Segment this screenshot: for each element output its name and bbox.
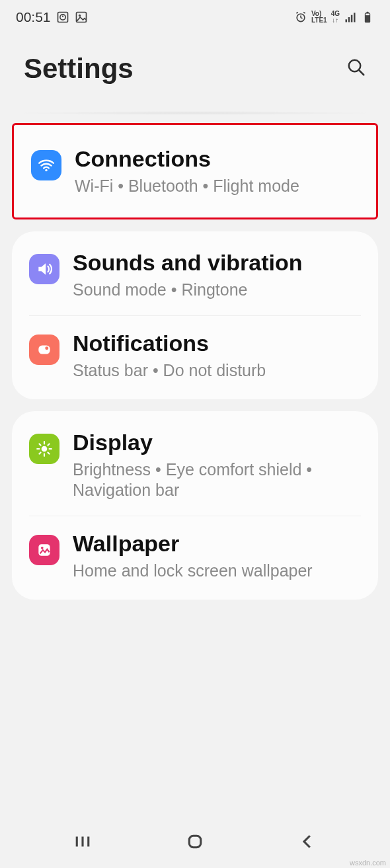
- status-left: 00:51: [16, 9, 88, 25]
- row-subtitle: Status bar • Do not disturb: [73, 360, 361, 381]
- row-title: Display: [73, 430, 361, 455]
- status-bar: 00:51 Vo) LTE1 4G ↓↑: [0, 0, 390, 32]
- row-text: Wallpaper Home and lock screen wallpaper: [73, 531, 361, 581]
- alarm-icon: [294, 11, 307, 24]
- svg-rect-13: [354, 13, 356, 22]
- volte-bottom: LTE1: [311, 17, 327, 24]
- nav-back-button[interactable]: [297, 832, 317, 854]
- wifi-icon: [31, 150, 61, 180]
- row-text: Display Brightness • Eye comfort shield …: [73, 430, 361, 501]
- svg-point-19: [45, 169, 47, 171]
- svg-line-8: [296, 13, 298, 14]
- volte-indicator: Vo) LTE1: [311, 11, 327, 24]
- settings-card-sound-notif: Sounds and vibration Sound mode • Ringto…: [12, 231, 378, 399]
- svg-line-27: [39, 444, 40, 445]
- watermark: wsxdn.com: [350, 859, 386, 867]
- back-icon: [297, 832, 317, 851]
- network-indicator: 4G ↓↑: [331, 11, 340, 24]
- svg-line-28: [48, 452, 49, 454]
- settings-row-sounds[interactable]: Sounds and vibration Sound mode • Ringto…: [12, 235, 378, 315]
- row-text: Sounds and vibration Sound mode • Ringto…: [73, 250, 361, 300]
- row-title: Sounds and vibration: [73, 250, 361, 276]
- row-text: Notifications Status bar • Do not distur…: [73, 331, 361, 381]
- navigation-bar: [0, 822, 390, 868]
- svg-rect-12: [351, 15, 353, 22]
- wallpaper-icon: [29, 535, 59, 565]
- svg-line-9: [303, 13, 305, 14]
- row-subtitle: Brightness • Eye comfort shield • Naviga…: [73, 459, 361, 501]
- battery-icon: [361, 11, 374, 24]
- signal-icon: [344, 11, 357, 24]
- settings-groups: Connections Wi‑Fi • Bluetooth • Flight m…: [0, 123, 390, 600]
- settings-card-display-wallpaper: Display Brightness • Eye comfort shield …: [12, 411, 378, 600]
- svg-rect-15: [366, 12, 368, 14]
- brightness-icon: [29, 434, 59, 464]
- search-bar-shadow: [13, 111, 377, 115]
- row-title: Wallpaper: [73, 531, 361, 557]
- search-button[interactable]: [346, 58, 366, 80]
- network-arrows: ↓↑: [332, 17, 338, 24]
- image-icon: [75, 11, 88, 24]
- clock-app-icon: [56, 11, 69, 24]
- svg-rect-36: [189, 836, 201, 848]
- nav-recents-button[interactable]: [73, 832, 93, 854]
- settings-row-notifications[interactable]: Notifications Status bar • Do not distur…: [29, 315, 361, 395]
- home-icon: [185, 832, 205, 851]
- svg-point-32: [41, 547, 44, 549]
- settings-row-connections[interactable]: Connections Wi‑Fi • Bluetooth • Flight m…: [14, 132, 376, 211]
- search-icon: [346, 58, 366, 77]
- settings-row-wallpaper[interactable]: Wallpaper Home and lock screen wallpaper: [29, 516, 361, 596]
- settings-row-display[interactable]: Display Brightness • Eye comfort shield …: [12, 415, 378, 516]
- page-title: Settings: [24, 53, 134, 85]
- svg-rect-20: [38, 345, 50, 354]
- svg-point-22: [42, 446, 48, 452]
- settings-card-connections: Connections Wi‑Fi • Bluetooth • Flight m…: [12, 123, 378, 219]
- speaker-icon: [29, 254, 59, 284]
- nav-home-button[interactable]: [185, 832, 205, 854]
- recents-icon: [73, 832, 93, 851]
- row-title: Connections: [75, 146, 359, 172]
- row-subtitle: Home and lock screen wallpaper: [73, 561, 361, 581]
- row-text: Connections Wi‑Fi • Bluetooth • Flight m…: [75, 146, 359, 196]
- svg-point-21: [45, 346, 48, 350]
- svg-rect-16: [366, 14, 370, 16]
- row-subtitle: Sound mode • Ringtone: [73, 280, 361, 300]
- settings-header: Settings: [0, 32, 390, 111]
- status-right: Vo) LTE1 4G ↓↑: [294, 11, 374, 24]
- svg-line-18: [359, 70, 364, 75]
- svg-rect-11: [348, 17, 350, 22]
- svg-line-30: [48, 444, 49, 445]
- notification-icon: [29, 335, 59, 365]
- svg-point-4: [78, 15, 80, 17]
- svg-line-29: [39, 452, 40, 454]
- status-time: 00:51: [16, 9, 51, 25]
- row-subtitle: Wi‑Fi • Bluetooth • Flight mode: [75, 176, 359, 196]
- svg-rect-10: [346, 19, 348, 22]
- row-title: Notifications: [73, 331, 361, 356]
- svg-line-7: [301, 18, 303, 19]
